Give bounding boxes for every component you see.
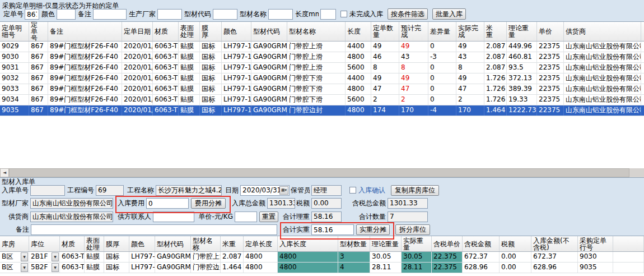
table-cell: LH797-1LL0: [129, 252, 155, 262]
profile-code-filter-input[interactable]: [213, 9, 237, 20]
total-amount-field: 1301.33: [267, 198, 295, 209]
split-location-button[interactable]: 拆分库位: [395, 224, 430, 235]
table-cell: 贴膜: [179, 52, 200, 62]
table-cell: -4: [428, 105, 456, 116]
table-cell: 4800: [346, 52, 371, 62]
remark-input[interactable]: [31, 224, 277, 235]
table-cell[interactable]: B区▼: [0, 252, 29, 262]
inbound-fee-input[interactable]: [146, 198, 189, 209]
dropdown-arrow-icon[interactable]: ▼: [52, 252, 59, 261]
profile-name-filter-input[interactable]: [268, 9, 293, 20]
column-header: 备注: [48, 22, 122, 41]
column-header: 型材代码: [155, 236, 191, 251]
reset-button[interactable]: 重置: [259, 211, 278, 222]
table-cell: 4400: [346, 73, 371, 84]
table-cell: 867: [29, 95, 48, 105]
date-field[interactable]: 2020/03/31 ▦▾: [240, 185, 290, 196]
table-cell: 2: [456, 95, 484, 105]
column-header: 膜厚: [200, 22, 222, 41]
table-cell: 0: [428, 63, 456, 73]
table-cell: 22375: [537, 105, 564, 116]
unit-price-input[interactable]: [235, 211, 257, 222]
tax-field: 0.00: [311, 198, 342, 209]
table-cell: GA90GRM03: [251, 63, 287, 73]
table-cell: 19.33: [507, 95, 537, 105]
table-cell: 山东南山铝业股份有限公司: [564, 73, 641, 84]
dropdown-arrow-icon[interactable]: ▼: [21, 252, 28, 261]
horizontal-scrollbar[interactable]: ◄: [0, 168, 644, 177]
table-cell: 2020/01/13: [122, 73, 153, 84]
table-row[interactable]: 903186789#门框型材F26-F40（866+867）2020/01/13…: [0, 63, 644, 73]
inbound-confirm-checkbox[interactable]: [349, 187, 356, 194]
table-cell: 0: [428, 95, 456, 105]
table-cell: 867: [29, 105, 48, 116]
column-header: 税额: [500, 236, 531, 251]
purchase-order-grid: 定单明细号定单号备注定单日期材质表面处理膜厚颜色型材代码型材名称长度定单数量预计…: [0, 21, 644, 178]
tax-total-field: 1301.33: [388, 198, 428, 209]
calendar-dropdown-icon[interactable]: ▦▾: [279, 186, 288, 195]
incomplete-inbound-checkbox[interactable]: [340, 11, 347, 17]
table-row[interactable]: 903486789#门框型材F26-F40（866+867）2020/01/13…: [0, 95, 644, 105]
scroll-left-icon[interactable]: ◄: [0, 168, 9, 177]
dropdown-arrow-icon[interactable]: ▼: [21, 263, 28, 272]
table-cell: 贴膜: [179, 73, 200, 84]
order-no-input[interactable]: [25, 9, 39, 20]
table-cell[interactable]: 2B1F▼: [29, 252, 60, 262]
table-cell: 0: [428, 73, 456, 84]
column-header: 库位: [29, 236, 60, 251]
table-cell: 174: [371, 105, 399, 116]
table-cell: 国标: [200, 105, 222, 116]
scrollbar-thumb[interactable]: [9, 168, 629, 177]
table-cell[interactable]: B区▼: [0, 263, 29, 273]
table-cell[interactable]: 5B2F▼: [29, 263, 60, 273]
fee-share-button[interactable]: 费用分摊: [191, 198, 226, 209]
table-row[interactable]: 903086789#门框型材F26-F40（866+867）2020/01/13…: [0, 52, 644, 63]
batch-inbound-button[interactable]: 批量入库: [432, 8, 466, 20]
inbound-fee-label: 入库费用: [118, 198, 144, 209]
table-cell: 山东南山铝业股份有限公司: [564, 42, 641, 52]
table-cell: 867: [29, 42, 48, 52]
table-cell: 628.96: [463, 263, 500, 273]
table-cell: [613, 252, 644, 262]
table-cell: 1.464: [484, 105, 507, 116]
column-header: 定单长度: [244, 236, 278, 251]
table-cell: [613, 263, 644, 273]
table-cell: 867: [29, 52, 48, 62]
table-cell: 460.81: [507, 52, 537, 62]
table-cell: 89#门框型材F26-F40（866+867）: [48, 95, 122, 105]
dropdown-arrow-icon[interactable]: ▼: [52, 263, 59, 272]
contact-input[interactable]: [153, 211, 194, 222]
table-cell: 89#门框型材F26-F40（866+867）: [48, 73, 122, 84]
column-header: 入库长度: [278, 236, 338, 251]
table-cell: 49: [456, 42, 484, 52]
table-cell: 8: [456, 63, 484, 73]
table-cell: 9033: [0, 84, 29, 94]
actual-share-button[interactable]: 实重分摊: [356, 224, 390, 235]
table-row[interactable]: B区▼5B2F▼6063-T5贴膜国标LH797-1LL0GA90GRM05门带…: [0, 263, 644, 273]
column-header: 理论重量: [370, 236, 402, 251]
filter-by-condition-button[interactable]: 按条件筛选: [388, 8, 428, 20]
unit-price-label: 单价-元/KG: [197, 211, 233, 222]
manufacturer-filter-input[interactable]: [157, 9, 182, 20]
table-row[interactable]: 903286789#门框型材F26-F40（866+867）2020/01/13…: [0, 73, 644, 84]
table-row[interactable]: 903386789#门框型材F26-F40（866+867）2020/01/13…: [0, 84, 644, 95]
table-cell: 国标: [200, 95, 222, 105]
profile-code-filter-label: 型材代码: [184, 9, 211, 20]
table-row[interactable]: B区▼2B1F▼6063-T5贴膜国标LH797-1LL0GA90GRM03门带…: [0, 252, 644, 263]
table-row[interactable]: 902986789#门框型材F26-F40（866+867）2020/01/13…: [0, 42, 644, 52]
app-window: 采购定单明细-仅显示状态为开始的定单 定单号 颜色 备注 生产厂家 型材代码 型…: [0, 0, 644, 276]
table-cell: 89#门框型材F26-F40（866+867）: [48, 52, 122, 62]
table-cell: [641, 105, 644, 116]
length-filter-label: 长度mm: [295, 9, 319, 20]
table-cell: GA90GRM03: [251, 42, 287, 52]
table-cell: 22375: [537, 52, 564, 62]
table-row[interactable]: 903586789#门框型材F26-F40（866+867）2020/01/13…: [0, 105, 644, 116]
column-header: 定单明细号: [0, 22, 29, 41]
length-filter-input[interactable]: [320, 9, 336, 20]
copy-warehouse-location-button[interactable]: 复制库房库位: [391, 185, 439, 196]
table-cell: 30.05: [370, 252, 402, 262]
color-filter-input[interactable]: [57, 9, 76, 20]
table-cell: 6063-T5: [153, 42, 179, 52]
remark-filter-input[interactable]: [93, 9, 127, 20]
total-actual-input[interactable]: [311, 224, 354, 235]
